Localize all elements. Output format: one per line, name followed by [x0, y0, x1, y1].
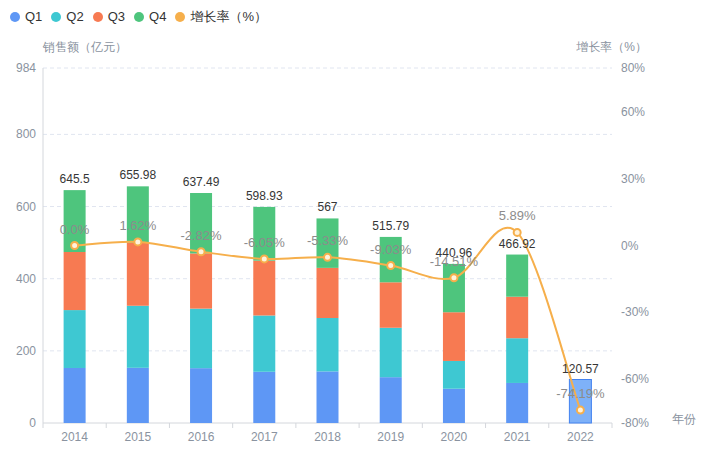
growth-label-2021: 5.89%: [499, 208, 536, 223]
left-axis-tick-label: 600: [16, 200, 36, 214]
right-axis-tick-label: -80%: [621, 416, 649, 430]
bar-segment-q1-2016[interactable]: [190, 368, 212, 423]
bar-segment-q4-2015[interactable]: [127, 186, 149, 242]
growth-label-2018: -5.33%: [307, 233, 349, 248]
growth-label-2019: -9.03%: [370, 242, 412, 257]
bar-segment-q2-2017[interactable]: [253, 315, 275, 371]
right-axis-tick-label: 30%: [621, 172, 645, 186]
bar-segment-q2-2019[interactable]: [380, 328, 402, 377]
plot-area: 984800600400200080%60%30%0%-30%-60%-80%2…: [0, 0, 711, 449]
x-axis-tick-label: 2015: [124, 430, 151, 444]
growth-point-2018[interactable]: [324, 254, 331, 261]
total-label-2014: 645.5: [60, 172, 90, 186]
total-label-2015: 655.98: [119, 168, 156, 182]
growth-label-2015: 1.62%: [119, 218, 156, 233]
bar-segment-q2-2021[interactable]: [506, 338, 528, 383]
bar-segment-q3-2021[interactable]: [506, 297, 528, 338]
x-axis-tick-label: 2022: [567, 430, 594, 444]
total-label-2017: 598.93: [246, 189, 283, 203]
growth-point-2015[interactable]: [134, 238, 141, 245]
bar-segment-q3-2020[interactable]: [443, 312, 465, 361]
left-axis-tick-label: 0: [29, 416, 36, 430]
x-axis-tick-label: 2014: [61, 430, 88, 444]
growth-point-2022[interactable]: [577, 407, 584, 414]
total-label-2018: 567: [317, 200, 337, 214]
growth-label-2020: -14.51%: [430, 254, 479, 269]
bar-segment-q4-2017[interactable]: [253, 207, 275, 261]
right-axis-tick-label: 60%: [621, 105, 645, 119]
growth-point-2014[interactable]: [71, 242, 78, 249]
bar-segment-q2-2020[interactable]: [443, 361, 465, 389]
bar-segment-q3-2018[interactable]: [317, 268, 339, 318]
growth-label-2017: -6.05%: [244, 235, 286, 250]
right-axis-tick-label: -60%: [621, 372, 649, 386]
x-axis-tick-label: 2018: [314, 430, 341, 444]
bar-segment-q1-2019[interactable]: [380, 377, 402, 423]
bar-segment-q3-2017[interactable]: [253, 261, 275, 316]
left-axis-tick-label: 800: [16, 127, 36, 141]
growth-point-2016[interactable]: [198, 248, 205, 255]
bar-segment-q4-2021[interactable]: [506, 255, 528, 297]
bar-segment-q2-2016[interactable]: [190, 309, 212, 369]
total-label-2019: 515.79: [372, 219, 409, 233]
growth-label-2016: -2.82%: [180, 228, 222, 243]
x-axis-tick-label: 2019: [377, 430, 404, 444]
growth-point-2017[interactable]: [261, 255, 268, 262]
bar-segment-q3-2015[interactable]: [127, 243, 149, 306]
growth-point-2019[interactable]: [387, 262, 394, 269]
bar-segment-q1-2021[interactable]: [506, 383, 528, 423]
bar-segment-q2-2018[interactable]: [317, 318, 339, 371]
bar-segment-q1-2015[interactable]: [127, 368, 149, 423]
left-axis-tick-label: 400: [16, 272, 36, 286]
bar-segment-q1-2017[interactable]: [253, 372, 275, 423]
left-axis-tick-label: 984: [16, 61, 36, 75]
bar-segment-q1-2018[interactable]: [317, 371, 339, 423]
bar-segment-q3-2019[interactable]: [380, 282, 402, 327]
x-axis-tick-label: 2021: [504, 430, 531, 444]
bar-segment-q1-2014[interactable]: [64, 368, 86, 423]
right-axis-tick-label: 80%: [621, 61, 645, 75]
right-axis-tick-label: -30%: [621, 305, 649, 319]
growth-point-2021[interactable]: [514, 229, 521, 236]
x-axis-tick-label: 2020: [441, 430, 468, 444]
left-axis-tick-label: 200: [16, 344, 36, 358]
x-axis-tick-label: 2017: [251, 430, 278, 444]
bar-segment-q1-2020[interactable]: [443, 389, 465, 423]
x-axis-tick-label: 2016: [188, 430, 215, 444]
sales-growth-chart: Q1Q2Q3Q4增长率（%） 销售额（亿元） 增长率（%） 年份 9848006…: [0, 0, 711, 449]
bar-segment-q2-2014[interactable]: [64, 310, 86, 368]
bar-segment-q4-2020[interactable]: [443, 264, 465, 312]
total-label-2022: 120.57: [562, 362, 599, 376]
growth-point-2020[interactable]: [450, 274, 457, 281]
growth-label-2014: 0.0%: [60, 222, 90, 237]
bar-segment-q4-2016[interactable]: [190, 193, 212, 253]
bar-segment-q2-2015[interactable]: [127, 306, 149, 368]
total-label-2021: 466.92: [499, 237, 536, 251]
growth-label-2022: -74.19%: [556, 386, 605, 401]
total-label-2016: 637.49: [183, 175, 220, 189]
bar-segment-q3-2014[interactable]: [64, 252, 86, 310]
right-axis-tick-label: 0%: [621, 239, 639, 253]
bar-segment-q3-2016[interactable]: [190, 253, 212, 308]
